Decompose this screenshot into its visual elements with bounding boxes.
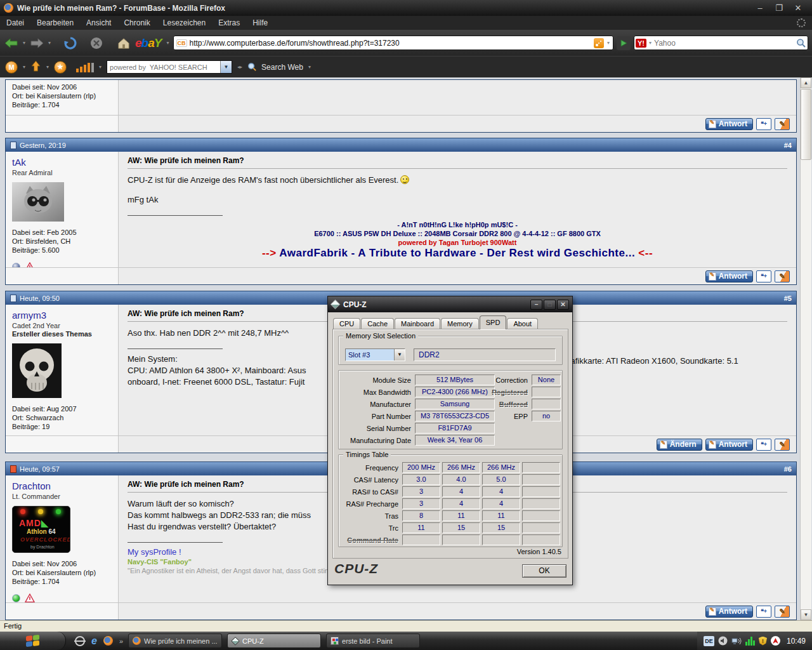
mail-dropdown[interactable]: ▾ — [22, 64, 26, 70]
scroll-up-button[interactable]: ▲ — [801, 77, 811, 88]
timing-cell: 8 — [402, 510, 440, 521]
yahoo-mail-icon[interactable]: M — [5, 61, 18, 74]
back-dropdown[interactable]: ▾ — [22, 40, 26, 46]
avira-antivirus-icon[interactable] — [771, 636, 780, 646]
menu-lesezeichen[interactable]: Lesezeichen — [157, 17, 212, 29]
bookmarks-star-icon[interactable]: ★ — [54, 61, 67, 74]
network-icon[interactable] — [731, 637, 742, 646]
yahoo-y-icon[interactable]: Y! — [636, 39, 646, 48]
post-number[interactable]: #5 — [784, 295, 792, 302]
search-web-button[interactable]: Search Web — [261, 63, 303, 72]
search-web-magnifier-icon[interactable] — [247, 62, 257, 72]
scroll-down-button[interactable]: ▼ — [801, 609, 811, 620]
quickreply-button[interactable] — [775, 118, 790, 130]
network-meter-icon[interactable] — [745, 637, 755, 646]
menu-bearbeiten[interactable]: Bearbeiten — [30, 17, 80, 29]
cpuz-minimize-button[interactable]: – — [530, 300, 542, 310]
security-shield-icon[interactable]: ! — [759, 637, 767, 646]
username-link[interactable]: tAk — [12, 157, 26, 168]
minimize-button[interactable]: – — [754, 3, 766, 13]
ok-button[interactable]: OK — [522, 564, 566, 578]
avatar-amd[interactable]: AMD◣ Athlon 64 OVERCLOCKED by Drachton — [12, 506, 70, 553]
menu-hilfe[interactable]: Hilfe — [246, 17, 274, 29]
report-post-icon[interactable] — [25, 594, 35, 603]
restore-button[interactable]: ❐ — [773, 3, 785, 13]
firefox-quicklaunch-icon[interactable] — [103, 636, 113, 646]
rss-feed-icon[interactable] — [594, 38, 604, 48]
close-button[interactable]: ✕ — [792, 3, 804, 13]
menu-extras[interactable]: Extras — [212, 17, 246, 29]
upload-arrow-icon[interactable] — [30, 60, 41, 74]
back-button[interactable] — [4, 37, 19, 50]
internet-explorer-icon[interactable]: e — [91, 635, 97, 647]
ras-to-cas-label: RAS# to CAS# — [340, 487, 398, 497]
menu-chronik[interactable]: Chronik — [117, 17, 156, 29]
ebay-button[interactable]: ebaY — [135, 36, 161, 50]
tab-about[interactable]: About — [507, 318, 538, 329]
slot-dropdown-icon[interactable]: ▼ — [394, 349, 405, 361]
language-indicator[interactable]: DE — [704, 636, 714, 646]
quicklaunch-overflow-chevron[interactable]: » — [119, 637, 123, 645]
magnifier-icon[interactable] — [796, 38, 806, 48]
slot-select[interactable]: Slot #3 ▼ — [345, 348, 405, 361]
bars-dropdown[interactable]: ▾ — [98, 64, 102, 70]
home-button[interactable] — [117, 37, 131, 50]
cpuz-close-button[interactable]: ✕ — [557, 300, 569, 310]
cpuz-maximize-button[interactable]: □ — [544, 300, 556, 310]
taskbar-clock[interactable]: 10:49 — [787, 637, 806, 646]
forward-dropdown[interactable]: ▾ — [48, 40, 51, 46]
quickreply-button[interactable] — [775, 606, 790, 618]
search-web-dropdown[interactable]: ▾ — [308, 64, 311, 70]
tab-cpu[interactable]: CPU — [333, 318, 360, 329]
forward-button[interactable] — [29, 37, 44, 50]
post-number[interactable]: #4 — [784, 142, 792, 149]
yahoo-toolbar-search-input[interactable] — [107, 63, 220, 71]
avatar-cat[interactable] — [12, 182, 64, 222]
computerbase-favicon: CB — [176, 39, 187, 47]
vertical-scrollbar[interactable]: ▲ ▼ — [800, 77, 811, 620]
menu-datei[interactable]: Datei — [0, 17, 30, 29]
username-link[interactable]: Drachton — [12, 481, 51, 491]
tab-memory[interactable]: Memory — [441, 318, 479, 329]
multiquote-button[interactable] — [756, 606, 771, 618]
username-link[interactable]: armym3 — [12, 310, 46, 321]
volume-icon[interactable] — [718, 636, 728, 646]
stop-button[interactable] — [89, 36, 103, 50]
yahoo-engine-dropdown[interactable]: ▾ — [648, 40, 652, 46]
task-firefox[interactable]: Wie prüfe ich meinen ... — [128, 633, 222, 648]
ebay-dropdown[interactable]: ▾ — [166, 40, 169, 46]
url-input[interactable] — [190, 39, 591, 48]
tab-mainboard[interactable]: Mainboard — [395, 318, 440, 329]
multiquote-button[interactable] — [756, 270, 771, 282]
reply-button[interactable]: Antwort — [705, 606, 753, 618]
upload-dropdown[interactable]: ▾ — [46, 64, 49, 70]
post-number[interactable]: #6 — [784, 465, 792, 473]
start-button[interactable] — [0, 632, 66, 650]
multiquote-button[interactable] — [756, 118, 771, 130]
signature-line-4[interactable]: --> AwardFabrik - A Tribute to Hardware … — [128, 249, 787, 258]
go-button[interactable] — [617, 36, 631, 50]
quickreply-button[interactable] — [775, 439, 790, 451]
cpuz-titlebar[interactable]: CPU-Z – □ ✕ — [328, 296, 572, 312]
multiquote-button[interactable] — [756, 439, 771, 451]
search-dropdown[interactable]: ▼ — [220, 61, 232, 73]
edit-button[interactable]: Ändern — [657, 439, 702, 451]
reply-button[interactable]: Antwort — [705, 439, 753, 451]
show-desktop-icon[interactable] — [75, 636, 85, 646]
url-dropdown[interactable]: ▾ — [606, 40, 610, 46]
task-paint[interactable]: erste bild - Paint — [326, 633, 420, 648]
reply-button[interactable]: Antwort — [705, 118, 753, 130]
reload-button[interactable] — [63, 36, 77, 50]
quickreply-button[interactable] — [775, 270, 790, 282]
yahoo-search-input[interactable] — [654, 39, 794, 48]
toolbar-resize-handle[interactable]: ◂▸ — [237, 64, 243, 70]
reply-button[interactable]: Antwort — [705, 270, 753, 282]
tab-cache[interactable]: Cache — [361, 318, 394, 329]
task-cpuz[interactable]: CPU-Z — [227, 633, 321, 648]
menu-ansicht[interactable]: Ansicht — [80, 17, 117, 29]
scrollbar-thumb[interactable] — [801, 89, 811, 160]
signal-bars-icon[interactable] — [76, 62, 94, 72]
tab-spd[interactable]: SPD — [480, 315, 507, 329]
sysprofile-link[interactable]: My sysProfile ! — [128, 547, 181, 557]
avatar-skull[interactable] — [12, 343, 62, 398]
